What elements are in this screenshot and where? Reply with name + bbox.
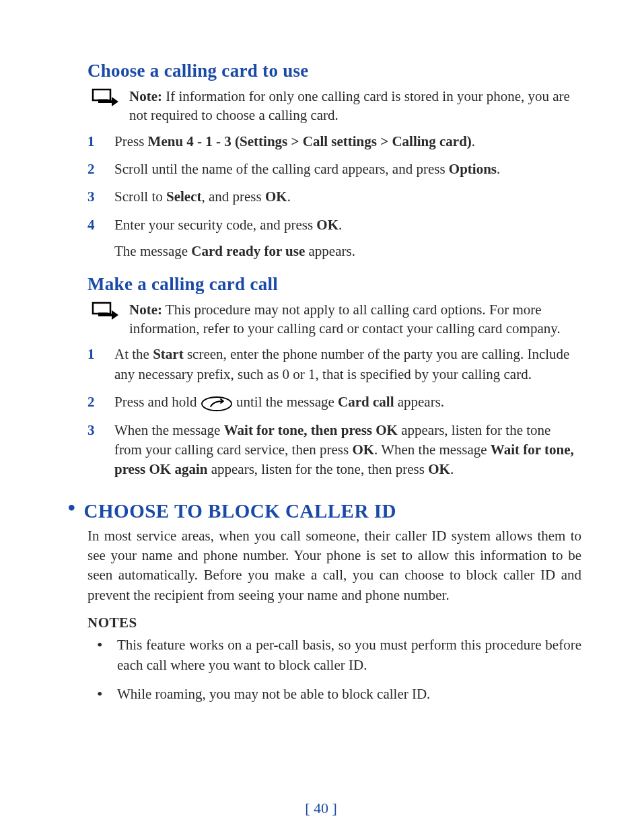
notes-list: This feature works on a per-call basis, … [87,635,581,704]
bold-text: OK [428,461,450,477]
note-arrow-icon [92,300,120,320]
note-arrow-icon [92,87,120,107]
step-item: 2Scroll until the name of the calling ca… [87,160,581,179]
bold-text: OK [316,217,338,233]
major-heading-row: • CHOOSE TO BLOCK CALLER ID [67,500,581,522]
step-number: 1 [87,132,95,151]
step-text: Press Menu 4 - 1 - 3 (Settings > Call se… [114,133,475,149]
bold-text: Wait for tone, press OK again [114,442,574,477]
body-paragraph: In most service areas, when you call som… [87,526,581,606]
section-heading: Make a calling card call [87,274,581,295]
step-number: 1 [87,345,95,364]
step-text: Press and hold until the message Card ca… [114,394,444,410]
step-text: At the Start screen, enter the phone num… [114,346,569,382]
step-item: 4Enter your security code, and press OK.… [87,215,581,262]
steps-list: 1Press Menu 4 - 1 - 3 (Settings > Call s… [87,132,581,262]
call-key-icon [201,396,233,412]
step-number: 2 [87,160,95,179]
manual-page: Choose a calling card to use Note: If in… [0,0,642,840]
bold-text: Card call [338,394,394,410]
step-number: 3 [87,421,95,440]
bold-text: OK [352,442,374,458]
bold-text: OK [265,188,287,205]
svg-rect-2 [93,303,110,314]
step-number: 2 [87,392,95,412]
step-item: 1Press Menu 4 - 1 - 3 (Settings > Call s… [87,132,581,151]
steps-list: 1At the Start screen, enter the phone nu… [87,345,581,479]
step-number: 3 [87,187,95,207]
page-number: [ 40 ] [0,800,642,817]
notes-heading: NOTES [87,615,581,631]
step-item: 3When the message Wait for tone, then pr… [87,421,581,480]
svg-point-3 [202,397,231,411]
step-item: 2Press and hold until the message Card c… [87,392,581,412]
note-text: Note: This procedure may not apply to al… [129,300,581,339]
bold-text: Options [449,161,497,177]
step-number: 4 [87,215,95,235]
step-text: Scroll until the name of the calling car… [114,161,500,177]
major-heading: CHOOSE TO BLOCK CALLER ID [84,500,396,522]
note-row: Note: This procedure may not apply to al… [92,300,581,339]
bold-text: Select [166,188,201,205]
bold-text: Card ready for use [191,243,305,259]
step-item: 1At the Start screen, enter the phone nu… [87,345,581,384]
step-text: Enter your security code, and press OK. [114,217,342,233]
note-row: Note: If information for only one callin… [92,87,581,125]
step-text: Scroll to Select, and press OK. [114,188,291,205]
step-subtext: The message Card ready for use appears. [114,242,581,261]
svg-rect-1 [93,90,110,100]
step-text: When the message Wait for tone, then pre… [114,422,574,478]
list-item: While roaming, you may not be able to bl… [117,685,581,704]
section: Make a calling card call Note: This proc… [87,274,581,480]
bold-text: Wait for tone, then press OK [224,422,398,438]
section: Choose a calling card to use Note: If in… [87,61,581,262]
note-text: Note: If information for only one callin… [129,87,581,125]
note-label: Note: [129,88,162,104]
bold-text: Start [153,346,184,362]
bold-text: Menu 4 - 1 - 3 (Settings > Call settings… [148,133,472,149]
note-label: Note: [129,302,162,318]
list-item: This feature works on a per-call basis, … [117,635,581,675]
step-item: 3Scroll to Select, and press OK. [87,187,581,207]
section-heading: Choose a calling card to use [87,61,581,81]
